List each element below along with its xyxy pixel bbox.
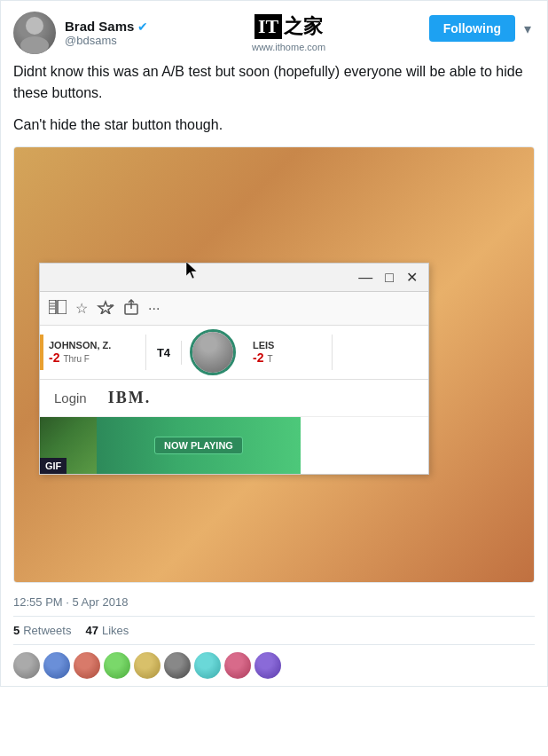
tweet-container: Brad Sams ✔ @bdsams IT 之家 www.ithome.com…	[0, 0, 548, 687]
svg-rect-2	[49, 300, 56, 314]
golf-player-avatar	[190, 329, 236, 375]
browser-lower: Login IBM.	[40, 380, 428, 417]
retweeter-avatar-4[interactable]	[104, 652, 130, 679]
svg-rect-3	[58, 300, 67, 314]
gif-thumbnail: GIF	[40, 417, 97, 474]
golf-avatar-cell	[182, 326, 244, 379]
golf-player1-thru: Thru F	[63, 354, 89, 364]
ibm-logo: IBM.	[108, 389, 152, 407]
tweet-header: Brad Sams ✔ @bdsams IT 之家 www.ithome.com…	[13, 12, 535, 54]
svg-marker-7	[98, 302, 113, 314]
browser-toolbar: ☆ ···	[40, 292, 428, 326]
browser-titlebar: — □ ✕	[40, 264, 428, 292]
likes-label: Likes	[102, 624, 129, 637]
reader-icon[interactable]	[49, 300, 67, 318]
tweet-image: — □ ✕ ☆	[13, 146, 535, 583]
browser-content: JOHNSON, Z. -2 Thru F T4	[40, 326, 428, 474]
golf-player2-name: LEIS	[253, 340, 323, 350]
following-button[interactable]: Following	[429, 15, 515, 42]
it-logo-it: IT	[254, 14, 282, 39]
screenshot-background: — □ ✕ ☆	[14, 147, 534, 582]
browser-window: — □ ✕ ☆	[39, 263, 429, 475]
sponsor-url: www.ithome.com	[252, 42, 325, 52]
it-logo-chinese: 之家	[284, 13, 323, 40]
maximize-icon[interactable]: □	[385, 270, 394, 286]
retweet-count: 5	[13, 624, 20, 637]
retweet-label: Retweets	[23, 624, 71, 637]
retweet-stat[interactable]: 5 Retweets	[13, 624, 71, 637]
golf-player2: LEIS -2 T	[244, 335, 333, 370]
chevron-down-icon[interactable]: ▾	[521, 17, 535, 41]
retweeter-avatar-6[interactable]	[164, 652, 191, 679]
now-playing-badge: NOW PLAYING	[154, 437, 243, 454]
tweet-text-1: Didnt know this was an A/B test but soon…	[13, 61, 535, 104]
likes-stat[interactable]: 47 Likes	[85, 624, 129, 637]
golf-position: T4	[146, 341, 182, 365]
user-handle[interactable]: @bdsams	[65, 34, 148, 47]
star-icon[interactable]: ☆	[75, 300, 88, 317]
golf-player1-name: JOHNSON, Z.	[49, 340, 137, 350]
user-name-row: Brad Sams ✔	[65, 19, 148, 34]
now-playing-area: NOW PLAYING	[97, 417, 301, 474]
golf-player2-thru: T	[267, 354, 272, 364]
tweet-timestamp: 12:55 PM · 5 Apr 2018	[13, 595, 535, 609]
golf-player1-score: -2	[49, 350, 59, 365]
retweeter-avatar-7[interactable]	[194, 652, 221, 679]
favorites-icon[interactable]	[97, 300, 114, 318]
gif-row: GIF NOW PLAYING	[40, 417, 428, 474]
close-icon[interactable]: ✕	[406, 269, 418, 286]
golf-row: JOHNSON, Z. -2 Thru F T4	[40, 326, 428, 380]
login-link[interactable]: Login	[54, 390, 87, 406]
minimize-icon[interactable]: —	[358, 270, 372, 286]
retweeter-avatar-2[interactable]	[43, 652, 70, 679]
gif-badge: GIF	[40, 458, 67, 474]
golf-pos-text: T4	[157, 346, 170, 359]
tweet-header-left: Brad Sams ✔ @bdsams	[13, 12, 148, 54]
retweeter-avatar-8[interactable]	[224, 652, 251, 679]
tweet-text-2: Can't hide the star button though.	[13, 114, 535, 136]
retweeter-avatar-5[interactable]	[134, 652, 160, 679]
retweeter-avatar-1[interactable]	[13, 652, 40, 679]
it-logo: IT 之家	[254, 13, 323, 40]
retweeter-avatar-9[interactable]	[254, 652, 281, 679]
retweeters-avatar-row	[13, 652, 535, 679]
tweet-footer: 12:55 PM · 5 Apr 2018 5 Retweets 47 Like…	[13, 592, 535, 686]
tweet-header-right: Following ▾	[429, 15, 535, 42]
more-icon[interactable]: ···	[148, 301, 160, 317]
user-name[interactable]: Brad Sams	[65, 19, 134, 34]
retweeter-avatar-3[interactable]	[74, 652, 100, 679]
svg-point-0	[26, 17, 43, 35]
tweet-stats-row: 5 Retweets 47 Likes	[13, 616, 535, 645]
share-icon[interactable]	[123, 299, 139, 319]
avatar[interactable]	[13, 12, 56, 54]
user-info: Brad Sams ✔ @bdsams	[65, 19, 148, 47]
verified-icon: ✔	[137, 20, 148, 34]
golf-player2-score: -2	[253, 350, 263, 365]
golf-player1: JOHNSON, Z. -2 Thru F	[40, 335, 146, 370]
likes-count: 47	[85, 624, 98, 637]
svg-point-1	[20, 36, 49, 54]
sponsor-logo[interactable]: IT 之家 www.ithome.com	[252, 13, 325, 52]
